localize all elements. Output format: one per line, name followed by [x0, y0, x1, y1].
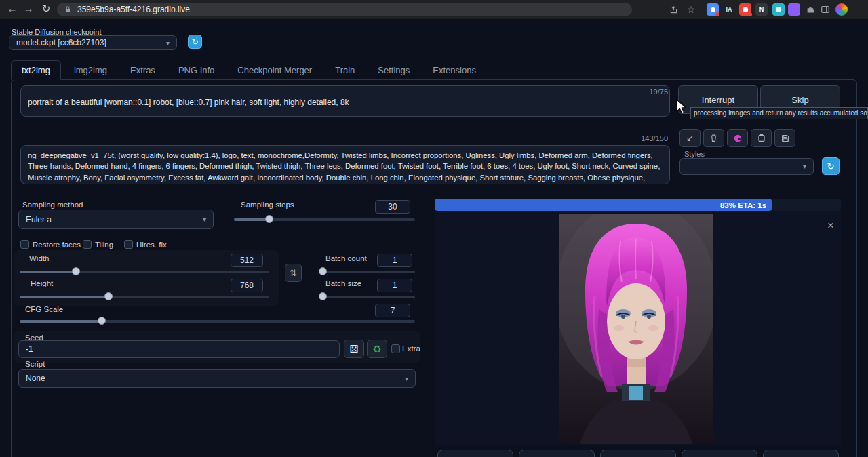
share-icon[interactable]	[667, 3, 679, 16]
interrupt-tooltip: processing images and return any results…	[690, 107, 868, 119]
txt2img-panel	[11, 79, 857, 457]
profile-avatar[interactable]	[835, 3, 848, 16]
url-bar[interactable]: 359e5b9a-a5ff-4216.gradio.live	[57, 3, 632, 16]
tab-settings[interactable]: Settings	[368, 60, 420, 79]
notification-badge	[748, 12, 752, 16]
extension-icon-ia[interactable]: IA	[723, 3, 735, 16]
side-panel-icon[interactable]	[819, 3, 831, 16]
extension-icon-3[interactable]	[739, 3, 751, 16]
forward-icon[interactable]: →	[22, 3, 35, 14]
reload-icon[interactable]: ↻	[39, 3, 53, 15]
extension-icon-1[interactable]	[707, 3, 719, 16]
checkpoint-value: model.ckpt [cc6cb27103]	[16, 38, 106, 47]
bookmark-star-icon[interactable]: ☆	[685, 3, 697, 16]
url-text: 359e5b9a-a5ff-4216.gradio.live	[77, 5, 190, 14]
back-icon[interactable]: ←	[5, 3, 19, 14]
checkpoint-select[interactable]: model.ckpt [cc6cb27103] ▾	[9, 35, 177, 50]
extension-icon-5[interactable]	[772, 3, 785, 16]
lock-icon	[64, 5, 72, 14]
browser-bar: ← → ↻ 359e5b9a-a5ff-4216.gradio.live ☆ I…	[0, 0, 868, 19]
screen: ← → ↻ 359e5b9a-a5ff-4216.gradio.live ☆ I…	[0, 0, 868, 457]
tab-txt2img[interactable]: txt2img	[11, 60, 61, 80]
tab-checkpoint-merger[interactable]: Checkpoint Merger	[227, 60, 322, 79]
notification-badge	[715, 12, 719, 16]
mouse-cursor	[675, 99, 690, 115]
tab-bar: txt2img img2img Extras PNG Info Checkpoi…	[11, 60, 486, 80]
tab-train[interactable]: Train	[325, 60, 365, 79]
tab-png-info[interactable]: PNG Info	[168, 60, 224, 79]
tab-extras[interactable]: Extras	[120, 60, 165, 79]
tab-extensions[interactable]: Extensions	[422, 60, 486, 79]
checkpoint-refresh-button[interactable]: ↻	[188, 35, 202, 49]
tab-img2img[interactable]: img2img	[64, 60, 117, 79]
chevron-down-icon: ▾	[166, 39, 170, 47]
extension-icon-6[interactable]	[788, 3, 800, 16]
extension-icon-n[interactable]: N	[755, 3, 768, 16]
puzzle-extensions-icon[interactable]	[804, 3, 816, 16]
